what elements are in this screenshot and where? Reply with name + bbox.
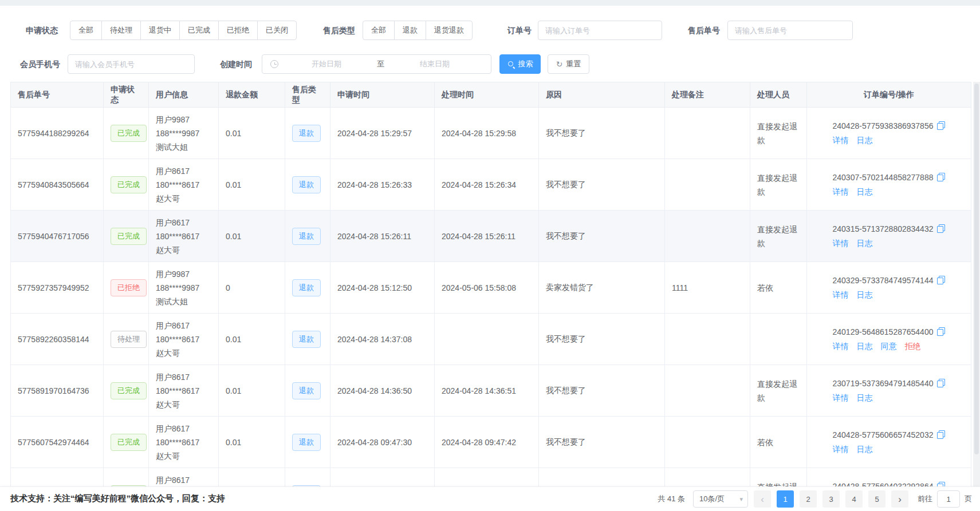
table-cell: 2024-04-28 09:47:42 <box>435 417 539 468</box>
member-phone-input[interactable] <box>68 54 195 74</box>
pagination: 共 41 条 10条/页 ▾ ‹ 12345 › 前往 页 <box>658 490 972 508</box>
page-number-button[interactable]: 4 <box>845 490 863 508</box>
action-link-default[interactable]: 详情 <box>833 290 849 299</box>
table-cell: 2024-04-28 14:37:08 <box>330 314 435 365</box>
table-vertical-scrollbar[interactable] <box>973 82 980 486</box>
status-badge: 退款 <box>292 382 321 399</box>
order-no-input[interactable] <box>538 21 662 40</box>
order-number: 240129-5648615287654400 <box>833 327 934 336</box>
table-cell: 240315-5713728802834432详情日志 <box>807 211 971 262</box>
tech-support-text: 技术支持：关注“编写美好前程”微信公众号，回复：支持 <box>10 493 225 504</box>
table-cell: 已完成 <box>104 211 149 262</box>
table-cell: 直接发起退款 <box>750 468 807 487</box>
date-end-placeholder[interactable]: 结束日期 <box>387 59 483 69</box>
page-number-button[interactable]: 2 <box>800 490 817 508</box>
action-link-default[interactable]: 日志 <box>857 290 873 299</box>
table-cell: 用户8617180****8617赵大哥 <box>149 417 219 468</box>
filter-panel: 申请状态 全部待处理退货中已完成已拒绝已关闭 售后类型 全部退款退货退款 订单号… <box>0 6 980 82</box>
type-filter-option[interactable]: 全部 <box>363 21 395 40</box>
action-link-default[interactable]: 日志 <box>857 187 873 196</box>
action-link-default[interactable]: 日志 <box>857 239 873 248</box>
aftersales-no-input[interactable] <box>727 21 853 40</box>
status-badge: 退款 <box>292 434 321 451</box>
copy-document-icon[interactable] <box>937 276 945 284</box>
table-cell: 0.01 <box>219 108 285 159</box>
page-number-button[interactable]: 3 <box>822 490 840 508</box>
after-sales-admin-page: 申请状态 全部待处理退货中已完成已拒绝已关闭 售后类型 全部退款退货退款 订单号… <box>0 0 980 511</box>
status-badge: 退款 <box>292 228 321 245</box>
copy-document-icon[interactable] <box>937 173 945 181</box>
table-cell <box>435 314 539 365</box>
table-cell: 2024-04-28 15:26:11 <box>435 211 539 262</box>
next-page-button[interactable]: › <box>891 490 908 508</box>
action-link-default[interactable]: 详情 <box>833 393 849 402</box>
table-cell: 退款 <box>285 365 330 417</box>
column-header: 售后单号 <box>11 82 104 108</box>
action-link-default[interactable]: 详情 <box>833 445 849 454</box>
page-number-button[interactable]: 5 <box>868 490 885 508</box>
action-link-default[interactable]: 详情 <box>833 342 849 351</box>
user-info: 用户9987188****9987测试大姐 <box>156 113 211 154</box>
copy-document-icon[interactable] <box>937 327 945 336</box>
reset-button-label: 重置 <box>566 59 581 69</box>
table-cell: 2024-04-28 15:26:11 <box>330 211 435 262</box>
status-filter-option[interactable]: 退货中 <box>140 21 180 40</box>
reset-button[interactable]: ↻ 重置 <box>548 54 589 74</box>
action-link-default[interactable]: 日志 <box>857 136 873 145</box>
status-filter-option[interactable]: 待处理 <box>101 21 141 40</box>
page-size-value: 10条/页 <box>699 494 725 504</box>
column-header: 处理备注 <box>665 82 750 108</box>
table-cell: 我不想要了 <box>539 211 665 262</box>
order-and-actions: 240129-5648615287654400详情日志同意拒绝 <box>833 325 946 354</box>
chevron-down-icon: ▾ <box>739 496 743 503</box>
column-header: 处理人员 <box>750 82 807 108</box>
action-link-default[interactable]: 详情 <box>833 136 849 145</box>
date-range-picker[interactable]: 开始日期 至 结束日期 <box>262 54 491 74</box>
action-link-default[interactable]: 详情 <box>833 239 849 248</box>
table-cell: 直接发起退款 <box>750 159 807 211</box>
order-number: 240315-5713728802834432 <box>833 224 934 233</box>
copy-document-icon[interactable] <box>937 482 945 487</box>
table-cell: 待处理 <box>104 314 149 365</box>
order-number: 240329-5733784749574144 <box>833 276 934 285</box>
copy-document-icon[interactable] <box>937 430 945 439</box>
column-header: 退款金额 <box>219 82 285 108</box>
type-filter-option[interactable]: 退款 <box>394 21 426 40</box>
order-and-actions: 230719-5373694791485440详情日志 <box>833 377 946 405</box>
table-cell: 5775944188299264 <box>11 108 104 159</box>
status-badge: 退款 <box>292 125 321 142</box>
copy-document-icon[interactable] <box>937 379 945 387</box>
date-start-placeholder[interactable]: 开始日期 <box>278 59 375 69</box>
type-filter-option[interactable]: 退货退款 <box>426 21 473 40</box>
status-filter-option[interactable]: 已拒绝 <box>218 21 258 40</box>
status-filter-option[interactable]: 已关闭 <box>257 21 297 40</box>
status-filter-label: 申请状态 <box>26 21 58 40</box>
search-button[interactable]: 搜索 <box>499 54 541 74</box>
status-filter-option[interactable]: 已完成 <box>179 21 219 40</box>
user-info: 用户9987188****9987测试大姐 <box>156 267 211 308</box>
scrollbar-thumb[interactable] <box>974 84 979 454</box>
copy-document-icon[interactable] <box>937 224 945 233</box>
action-link-reject[interactable]: 拒绝 <box>905 342 921 351</box>
action-link-default[interactable]: 日志 <box>857 445 873 454</box>
page-size-select[interactable]: 10条/页 ▾ <box>693 490 748 508</box>
row-actions: 详情日志 <box>833 391 946 405</box>
action-link-default[interactable]: 同意 <box>881 342 897 351</box>
action-link-default[interactable]: 日志 <box>857 342 873 351</box>
goto-page-input[interactable] <box>937 490 960 508</box>
table-cell: 已完成 <box>104 108 149 159</box>
copy-document-icon[interactable] <box>937 121 945 130</box>
table-cell: 0 <box>219 262 285 314</box>
user-info: 用户8617180****8617赵大哥 <box>156 319 211 360</box>
table-cell: 直接发起退款 <box>750 365 807 417</box>
table-cell: 0.01 <box>219 314 285 365</box>
clock-icon <box>270 60 278 68</box>
table-cell: 退款 <box>285 468 330 487</box>
action-link-default[interactable]: 详情 <box>833 187 849 196</box>
page-number-button[interactable]: 1 <box>777 490 794 508</box>
user-info: 用户8617180****8617赵大哥 <box>156 422 211 463</box>
prev-page-button[interactable]: ‹ <box>754 490 771 508</box>
status-filter-option[interactable]: 全部 <box>70 21 102 40</box>
table-cell: 用户9987188****9987测试大姐 <box>149 108 219 159</box>
action-link-default[interactable]: 日志 <box>857 393 873 402</box>
